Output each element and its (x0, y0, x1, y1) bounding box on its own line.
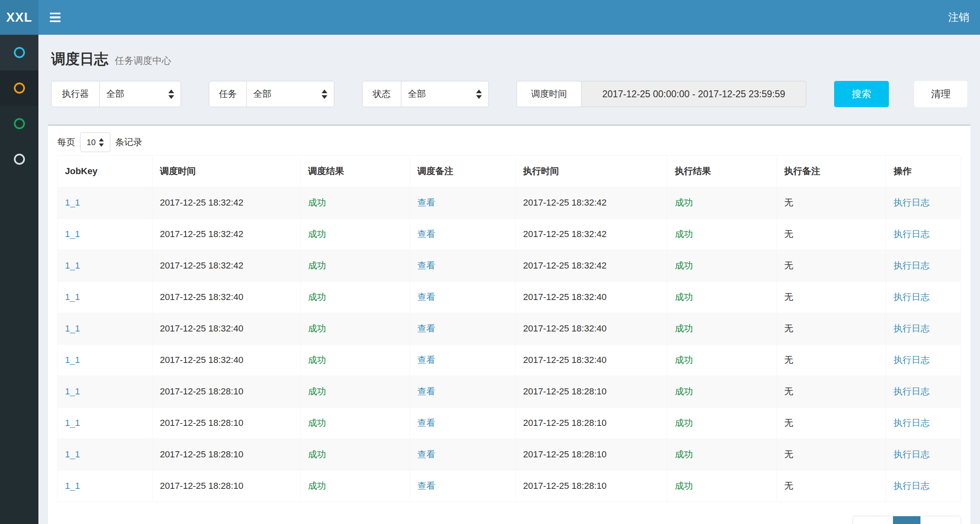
table-row: 1_1 2017-12-25 18:32:40 成功 查看 2017-12-25… (58, 313, 961, 345)
exec-log-link[interactable]: 执行日志 (893, 229, 929, 239)
prev-page-button[interactable]: 上页 (853, 516, 893, 524)
trigger-time-cell: 2017-12-25 18:32:42 (152, 187, 301, 219)
table-header-row: JobKey 调度时间 调度结果 调度备注 执行时间 执行结果 执行备注 操作 (58, 156, 961, 187)
table-row: 1_1 2017-12-25 18:32:40 成功 查看 2017-12-25… (58, 282, 961, 313)
page-size-select[interactable]: 10 (80, 132, 110, 152)
col-trigger-result: 调度结果 (300, 156, 410, 187)
main-content: 调度日志 任务调度中心 执行器 全部 任务 全部 状态 全部 (38, 49, 980, 524)
jobkey-link[interactable]: 1_1 (65, 229, 80, 239)
handle-msg-cell: 无 (776, 219, 886, 250)
handle-msg-cell: 无 (776, 313, 886, 345)
sidebar-item-4[interactable] (0, 141, 38, 177)
trigger-time-range-input[interactable]: 2017-12-25 00:00:00 - 2017-12-25 23:59:5… (581, 81, 806, 107)
exec-log-link[interactable]: 执行日志 (893, 197, 929, 208)
table-row: 1_1 2017-12-25 18:28:10 成功 查看 2017-12-25… (58, 439, 961, 470)
trigger-time-filter-group: 调度时间 2017-12-25 00:00:00 - 2017-12-25 23… (517, 81, 806, 107)
trigger-result-cell: 成功 (300, 439, 410, 470)
search-button[interactable]: 搜索 (834, 81, 889, 107)
exec-log-link[interactable]: 执行日志 (893, 323, 929, 334)
jobkey-link[interactable]: 1_1 (65, 197, 80, 208)
jobkey-link[interactable]: 1_1 (65, 418, 80, 428)
clear-button[interactable]: 清理 (914, 81, 967, 107)
handle-msg-cell: 无 (776, 187, 886, 219)
executor-filter-label: 执行器 (51, 81, 99, 107)
select-spinner-icon (322, 90, 327, 99)
sidebar-item-3[interactable] (0, 106, 38, 141)
jobkey-link[interactable]: 1_1 (65, 449, 80, 459)
trigger-msg-view-link[interactable]: 查看 (417, 449, 435, 459)
executor-filter-select[interactable]: 全部 (99, 81, 181, 107)
handle-result-cell: 成功 (667, 345, 777, 376)
trigger-msg-view-link[interactable]: 查看 (417, 386, 435, 396)
trigger-time-filter-label: 调度时间 (517, 81, 581, 107)
trigger-time-cell: 2017-12-25 18:28:10 (152, 470, 301, 502)
exec-log-link[interactable]: 执行日志 (893, 292, 929, 302)
jobkey-link[interactable]: 1_1 (65, 292, 80, 302)
jobkey-link[interactable]: 1_1 (65, 260, 80, 271)
trigger-msg-view-link[interactable]: 查看 (417, 481, 435, 491)
exec-log-link[interactable]: 执行日志 (893, 418, 929, 428)
table-row: 1_1 2017-12-25 18:28:10 成功 查看 2017-12-25… (58, 376, 961, 408)
exec-log-link[interactable]: 执行日志 (893, 386, 929, 396)
handle-msg-cell: 无 (776, 470, 886, 502)
col-trigger-msg: 调度备注 (410, 156, 516, 187)
jobkey-link[interactable]: 1_1 (65, 386, 80, 396)
handle-result-cell: 成功 (667, 313, 777, 345)
trigger-time-cell: 2017-12-25 18:32:40 (152, 313, 301, 345)
logout-link[interactable]: 注销 (937, 0, 980, 35)
sidebar-item-1[interactable] (0, 35, 38, 70)
trigger-time-cell: 2017-12-25 18:32:40 (152, 282, 301, 313)
trigger-result-cell: 成功 (300, 282, 410, 313)
top-navbar: XXL 注销 (0, 0, 980, 35)
sidebar-item-2[interactable] (0, 70, 38, 106)
page-size-prefix: 每页 (57, 136, 75, 148)
select-spinner-icon (168, 90, 174, 99)
trigger-msg-view-link[interactable]: 查看 (417, 197, 435, 208)
exec-log-link[interactable]: 执行日志 (893, 260, 929, 271)
exec-log-link[interactable]: 执行日志 (893, 355, 929, 365)
exec-log-link[interactable]: 执行日志 (893, 481, 929, 491)
status-filter-select[interactable]: 全部 (401, 81, 489, 107)
select-spinner-icon (476, 90, 482, 99)
trigger-msg-view-link[interactable]: 查看 (417, 323, 435, 334)
trigger-result-cell: 成功 (300, 219, 410, 250)
sidebar-toggle-button[interactable] (38, 0, 72, 35)
trigger-msg-view-link[interactable]: 查看 (417, 418, 435, 428)
circle-icon-green (14, 118, 25, 129)
trigger-msg-view-link[interactable]: 查看 (417, 355, 435, 365)
current-page-button[interactable]: 1 (893, 516, 920, 524)
trigger-time-cell: 2017-12-25 18:28:10 (152, 439, 301, 470)
trigger-time-cell: 2017-12-25 18:28:10 (152, 376, 301, 408)
handle-time-cell: 2017-12-25 18:32:40 (515, 313, 667, 345)
trigger-msg-view-link[interactable]: 查看 (417, 260, 435, 271)
col-jobkey: JobKey (58, 156, 152, 187)
next-page-button[interactable]: 下页 (920, 516, 961, 524)
circle-icon-light (14, 154, 25, 165)
filter-bar: 执行器 全部 任务 全部 状态 全部 调度时间 2017-12-25 00:00… (51, 81, 967, 107)
jobkey-link[interactable]: 1_1 (65, 355, 80, 365)
exec-log-link[interactable]: 执行日志 (893, 449, 929, 459)
table-row: 1_1 2017-12-25 18:28:10 成功 查看 2017-12-25… (58, 470, 961, 502)
handle-time-cell: 2017-12-25 18:32:42 (515, 250, 667, 282)
jobkey-link[interactable]: 1_1 (65, 323, 80, 334)
jobkey-link[interactable]: 1_1 (65, 481, 80, 491)
executor-filter-group: 执行器 全部 (51, 81, 181, 107)
job-filter-group: 任务 全部 (209, 81, 334, 107)
handle-time-cell: 2017-12-25 18:32:42 (515, 187, 667, 219)
trigger-time-cell: 2017-12-25 18:28:10 (152, 408, 301, 439)
circle-icon-orange (14, 83, 25, 94)
table-row: 1_1 2017-12-25 18:32:42 成功 查看 2017-12-25… (58, 250, 961, 282)
page-size-row: 每页 10 条记录 (57, 132, 961, 152)
trigger-result-cell: 成功 (300, 313, 410, 345)
app-logo[interactable]: XXL (0, 0, 38, 35)
col-action: 操作 (886, 156, 961, 187)
trigger-msg-view-link[interactable]: 查看 (417, 292, 435, 302)
handle-result-cell: 成功 (667, 219, 777, 250)
handle-time-cell: 2017-12-25 18:32:42 (515, 219, 667, 250)
trigger-result-cell: 成功 (300, 376, 410, 408)
job-filter-select[interactable]: 全部 (246, 81, 334, 107)
sidebar-nav (0, 35, 38, 524)
table-row: 1_1 2017-12-25 18:28:10 成功 查看 2017-12-25… (58, 408, 961, 439)
hamburger-icon (50, 13, 60, 15)
trigger-msg-view-link[interactable]: 查看 (417, 229, 435, 239)
